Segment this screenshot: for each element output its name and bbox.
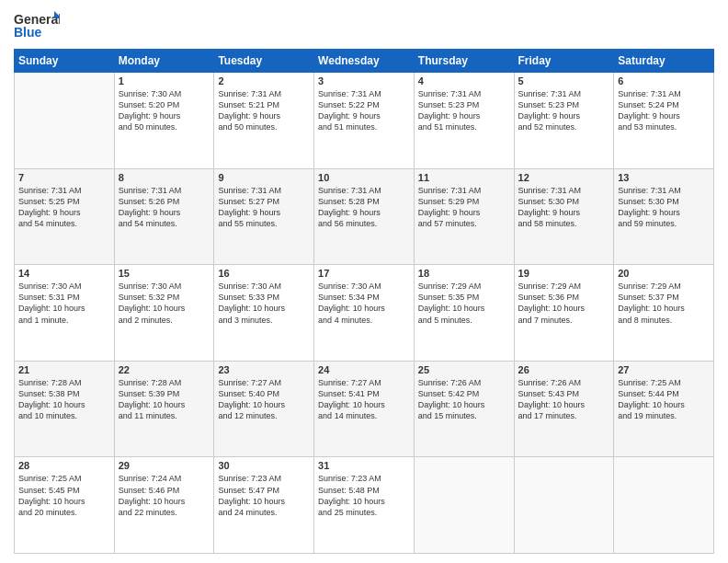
day-info: Sunrise: 7:29 AMSunset: 5:35 PMDaylight:…	[418, 281, 510, 326]
calendar-cell	[614, 457, 714, 554]
day-info: Sunrise: 7:31 AMSunset: 5:29 PMDaylight:…	[418, 185, 510, 230]
header-wednesday: Wednesday	[314, 50, 415, 73]
calendar-cell: 2Sunrise: 7:31 AMSunset: 5:21 PMDaylight…	[214, 73, 314, 169]
day-info: Sunrise: 7:31 AMSunset: 5:25 PMDaylight:…	[18, 185, 110, 230]
calendar-cell: 6Sunrise: 7:31 AMSunset: 5:24 PMDaylight…	[614, 73, 714, 169]
calendar-cell: 21Sunrise: 7:28 AMSunset: 5:38 PMDayligh…	[15, 361, 115, 457]
day-info: Sunrise: 7:31 AMSunset: 5:28 PMDaylight:…	[318, 185, 410, 230]
calendar-cell: 17Sunrise: 7:30 AMSunset: 5:34 PMDayligh…	[314, 265, 415, 362]
day-info: Sunrise: 7:23 AMSunset: 5:47 PMDaylight:…	[218, 473, 310, 518]
day-info: Sunrise: 7:30 AMSunset: 5:20 PMDaylight:…	[119, 88, 210, 133]
calendar-cell: 15Sunrise: 7:30 AMSunset: 5:32 PMDayligh…	[114, 265, 214, 362]
day-number: 9	[218, 172, 310, 183]
day-number: 27	[618, 364, 710, 375]
day-info: Sunrise: 7:26 AMSunset: 5:43 PMDaylight:…	[518, 377, 610, 422]
calendar-cell: 8Sunrise: 7:31 AMSunset: 5:26 PMDaylight…	[114, 168, 214, 265]
day-number: 25	[418, 364, 510, 375]
day-info: Sunrise: 7:25 AMSunset: 5:45 PMDaylight:…	[18, 473, 110, 518]
calendar-cell: 3Sunrise: 7:31 AMSunset: 5:22 PMDaylight…	[314, 73, 415, 169]
calendar-cell: 29Sunrise: 7:24 AMSunset: 5:46 PMDayligh…	[114, 457, 214, 554]
calendar-table: SundayMondayTuesdayWednesdayThursdayFrid…	[14, 49, 714, 554]
calendar-cell: 10Sunrise: 7:31 AMSunset: 5:28 PMDayligh…	[314, 168, 415, 265]
calendar-cell: 31Sunrise: 7:23 AMSunset: 5:48 PMDayligh…	[314, 457, 415, 554]
day-number: 24	[318, 364, 410, 375]
calendar-cell	[15, 73, 115, 169]
day-number: 19	[518, 268, 610, 279]
day-number: 8	[119, 172, 210, 183]
day-info: Sunrise: 7:28 AMSunset: 5:38 PMDaylight:…	[18, 377, 110, 422]
day-info: Sunrise: 7:31 AMSunset: 5:26 PMDaylight:…	[119, 185, 210, 230]
calendar-cell: 19Sunrise: 7:29 AMSunset: 5:36 PMDayligh…	[514, 265, 614, 362]
day-number: 15	[119, 268, 210, 279]
calendar-cell: 12Sunrise: 7:31 AMSunset: 5:30 PMDayligh…	[514, 168, 614, 265]
calendar-cell	[514, 457, 614, 554]
calendar-cell: 13Sunrise: 7:31 AMSunset: 5:30 PMDayligh…	[614, 168, 714, 265]
day-number: 28	[18, 460, 110, 471]
calendar-cell: 28Sunrise: 7:25 AMSunset: 5:45 PMDayligh…	[15, 457, 115, 554]
calendar-cell: 26Sunrise: 7:26 AMSunset: 5:43 PMDayligh…	[514, 361, 614, 457]
calendar-cell: 20Sunrise: 7:29 AMSunset: 5:37 PMDayligh…	[614, 265, 714, 362]
calendar-cell: 25Sunrise: 7:26 AMSunset: 5:42 PMDayligh…	[414, 361, 514, 457]
calendar-cell: 7Sunrise: 7:31 AMSunset: 5:25 PMDaylight…	[15, 168, 115, 265]
calendar-cell: 30Sunrise: 7:23 AMSunset: 5:47 PMDayligh…	[214, 457, 314, 554]
day-number: 3	[318, 75, 410, 86]
day-number: 31	[318, 460, 410, 471]
calendar-cell	[414, 457, 514, 554]
day-number: 12	[518, 172, 610, 183]
calendar-cell: 18Sunrise: 7:29 AMSunset: 5:35 PMDayligh…	[414, 265, 514, 362]
calendar-week-row: 7Sunrise: 7:31 AMSunset: 5:25 PMDaylight…	[15, 168, 714, 265]
page: General Blue SundayMondayTuesdayWednesda…	[0, 0, 728, 563]
day-info: Sunrise: 7:30 AMSunset: 5:34 PMDaylight:…	[318, 281, 410, 326]
day-info: Sunrise: 7:27 AMSunset: 5:41 PMDaylight:…	[318, 377, 410, 422]
calendar-week-row: 21Sunrise: 7:28 AMSunset: 5:38 PMDayligh…	[15, 361, 714, 457]
calendar-cell: 5Sunrise: 7:31 AMSunset: 5:23 PMDaylight…	[514, 73, 614, 169]
day-number: 16	[218, 268, 310, 279]
header-monday: Monday	[114, 50, 214, 73]
day-info: Sunrise: 7:26 AMSunset: 5:42 PMDaylight:…	[418, 377, 510, 422]
calendar-cell: 11Sunrise: 7:31 AMSunset: 5:29 PMDayligh…	[414, 168, 514, 265]
calendar-cell: 23Sunrise: 7:27 AMSunset: 5:40 PMDayligh…	[214, 361, 314, 457]
header-sunday: Sunday	[15, 50, 115, 73]
day-info: Sunrise: 7:29 AMSunset: 5:36 PMDaylight:…	[518, 281, 610, 326]
day-info: Sunrise: 7:31 AMSunset: 5:23 PMDaylight:…	[518, 88, 610, 133]
day-number: 18	[418, 268, 510, 279]
calendar-cell: 1Sunrise: 7:30 AMSunset: 5:20 PMDaylight…	[114, 73, 214, 169]
day-number: 26	[518, 364, 610, 375]
header-thursday: Thursday	[414, 50, 514, 73]
day-number: 30	[218, 460, 310, 471]
day-info: Sunrise: 7:24 AMSunset: 5:46 PMDaylight:…	[119, 473, 210, 518]
day-number: 7	[18, 172, 110, 183]
day-info: Sunrise: 7:31 AMSunset: 5:30 PMDaylight:…	[618, 185, 710, 230]
day-number: 5	[518, 75, 610, 86]
day-number: 11	[418, 172, 510, 183]
calendar-week-row: 28Sunrise: 7:25 AMSunset: 5:45 PMDayligh…	[15, 457, 714, 554]
day-info: Sunrise: 7:30 AMSunset: 5:32 PMDaylight:…	[119, 281, 210, 326]
day-number: 21	[18, 364, 110, 375]
day-info: Sunrise: 7:31 AMSunset: 5:23 PMDaylight:…	[418, 88, 510, 133]
calendar-week-row: 14Sunrise: 7:30 AMSunset: 5:31 PMDayligh…	[15, 265, 714, 362]
calendar-cell: 24Sunrise: 7:27 AMSunset: 5:41 PMDayligh…	[314, 361, 415, 457]
calendar-cell: 4Sunrise: 7:31 AMSunset: 5:23 PMDaylight…	[414, 73, 514, 169]
header-row: SundayMondayTuesdayWednesdayThursdayFrid…	[15, 50, 714, 73]
day-number: 23	[218, 364, 310, 375]
calendar-cell: 9Sunrise: 7:31 AMSunset: 5:27 PMDaylight…	[214, 168, 314, 265]
calendar-cell: 14Sunrise: 7:30 AMSunset: 5:31 PMDayligh…	[15, 265, 115, 362]
logo-svg: General Blue	[14, 9, 60, 41]
calendar-cell: 16Sunrise: 7:30 AMSunset: 5:33 PMDayligh…	[214, 265, 314, 362]
day-number: 13	[618, 172, 710, 183]
header-saturday: Saturday	[614, 50, 714, 73]
calendar-cell: 22Sunrise: 7:28 AMSunset: 5:39 PMDayligh…	[114, 361, 214, 457]
day-number: 4	[418, 75, 510, 86]
calendar-cell: 27Sunrise: 7:25 AMSunset: 5:44 PMDayligh…	[614, 361, 714, 457]
day-info: Sunrise: 7:31 AMSunset: 5:27 PMDaylight:…	[218, 185, 310, 230]
day-number: 2	[218, 75, 310, 86]
logo: General Blue	[14, 9, 60, 41]
header-tuesday: Tuesday	[214, 50, 314, 73]
header: General Blue	[14, 9, 714, 41]
day-number: 20	[618, 268, 710, 279]
calendar-week-row: 1Sunrise: 7:30 AMSunset: 5:20 PMDaylight…	[15, 73, 714, 169]
day-number: 29	[119, 460, 210, 471]
day-number: 17	[318, 268, 410, 279]
day-info: Sunrise: 7:27 AMSunset: 5:40 PMDaylight:…	[218, 377, 310, 422]
day-info: Sunrise: 7:31 AMSunset: 5:22 PMDaylight:…	[318, 88, 410, 133]
